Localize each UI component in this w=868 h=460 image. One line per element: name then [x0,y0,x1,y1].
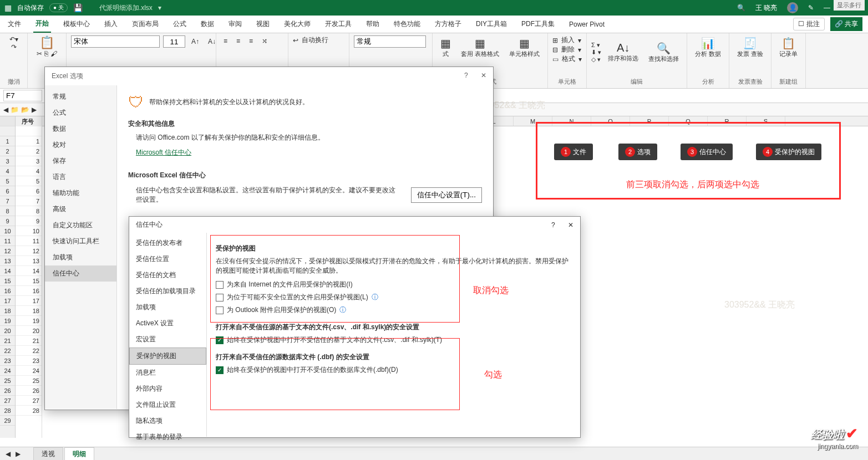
prev-sheet-icon[interactable]: ▶ [16,450,21,458]
cell[interactable]: 25 [16,376,42,386]
cell[interactable]: 9 [16,216,42,226]
row-header[interactable]: 10 [0,226,15,236]
cell[interactable]: 22 [16,346,42,356]
row-header[interactable]: 21 [0,336,15,346]
tab-square[interactable]: 方方格子 [433,16,464,32]
undo-icon[interactable]: ↶▾ [9,35,18,43]
row-header[interactable]: 22 [0,346,15,356]
comment-button[interactable]: ☐ 批注 [793,18,824,30]
cell[interactable]: 21 [16,336,42,346]
cell[interactable]: 28 [16,406,42,416]
forward-icon[interactable]: ▶ [32,106,37,114]
row-header[interactable]: 9 [0,216,15,226]
font-size[interactable] [163,35,185,48]
pen-icon[interactable]: ✎ [808,4,814,12]
options-nav-item[interactable]: 快速访问工具栏 [45,233,116,249]
autosum-icon[interactable]: Σ ▾ [591,42,601,49]
tab-pivot[interactable]: Power Pivot [567,17,607,32]
sheet-tab-detail[interactable]: 明细 [64,447,94,461]
row-header[interactable]: 4 [0,166,15,176]
format-painter-icon[interactable]: 🖌 [50,50,57,58]
tab-insert[interactable]: 插入 [102,16,120,32]
row-header[interactable]: 11 [0,236,15,246]
cell[interactable]: 23 [16,356,42,366]
cell[interactable]: 2 [16,146,42,156]
row-header[interactable]: 12 [0,246,15,256]
options-nav-item[interactable]: 保存 [45,153,116,169]
table-format-button[interactable]: ▦套用 表格格式 [458,35,502,59]
cell[interactable]: 24 [16,366,42,376]
cell[interactable]: 13 [16,256,42,266]
tab-review[interactable]: 审阅 [226,16,244,32]
tab-beautify[interactable]: 美化大师 [282,16,313,32]
avatar[interactable]: 👤 [787,2,798,13]
trust-nav-item[interactable]: 受信任的文档 [129,267,206,283]
row-header[interactable]: 16 [0,286,15,296]
analyze-button[interactable]: 📊分析 数据 [692,35,724,59]
copy-icon[interactable]: ⎘ [44,50,48,58]
trust-nav-item[interactable]: 文件阻止设置 [129,397,206,413]
folder-icon[interactable]: 📁 [11,106,19,114]
row-header[interactable]: 24 [0,366,15,376]
tab-home[interactable]: 开始 [33,16,51,33]
cell[interactable]: 7 [16,196,42,206]
align-bot-icon[interactable]: ≡ [246,35,256,47]
row-header[interactable]: 18 [0,306,15,316]
row-header[interactable]: 2 [0,146,15,156]
cell[interactable]: 18 [16,306,42,316]
options-nav-item[interactable]: 公式 [45,105,116,121]
cell[interactable]: 20 [16,326,42,336]
trust-nav-item[interactable]: 加载项 [129,299,206,315]
options-nav-item[interactable]: 高级 [45,201,116,217]
orientation-icon[interactable]: ⤭ [259,35,270,47]
row-header[interactable]: 14 [0,266,15,276]
trust-nav-item[interactable]: 隐私选项 [129,413,206,429]
options-nav-item[interactable]: 校对 [45,137,116,153]
fill-icon[interactable]: ⬇ ▾ [591,49,601,56]
row-header[interactable]: 23 [0,356,15,366]
row-header[interactable]: 19 [0,316,15,326]
name-box[interactable] [3,90,42,101]
cell[interactable]: 11 [16,236,42,246]
cell[interactable]: 14 [16,266,42,276]
options-help-icon[interactable]: ? [464,71,468,79]
cell-style-button[interactable]: ▦单元格样式 [506,35,543,59]
options-close-icon[interactable]: ✕ [481,71,486,79]
cell[interactable]: 5 [16,176,42,186]
wrap-icon[interactable]: ↩ [293,37,298,44]
cond-format-button[interactable]: ▦式 [437,35,454,59]
trust-nav-item[interactable]: 受信任位置 [129,251,206,267]
tab-help[interactable]: 帮助 [364,16,382,32]
tab-pdf[interactable]: PDF工具集 [519,16,557,32]
redo-icon[interactable]: ↷ [11,43,17,51]
row-header[interactable]: 6 [0,186,15,196]
autosave-toggle[interactable]: ● 关 [49,3,68,12]
cell[interactable]: 27 [16,396,42,406]
trust-nav-item[interactable]: 消息栏 [129,365,206,381]
row-header[interactable]: 8 [0,206,15,216]
trust-nav-item[interactable]: 外部内容 [129,381,206,397]
paste-icon[interactable]: 📋 [32,35,62,50]
tab-formula[interactable]: 公式 [171,16,189,32]
cell[interactable]: 19 [16,316,42,326]
row-header[interactable]: 20 [0,326,15,336]
row-header[interactable]: 13 [0,256,15,266]
options-nav-item[interactable]: 信任中心 [45,265,116,282]
trust-nav-item[interactable]: 宏设置 [129,331,206,347]
invoice-button[interactable]: 🧾发票 查验 [734,35,767,59]
cell[interactable]: 12 [16,246,42,256]
cell[interactable]: 3 [16,156,42,166]
row-header[interactable]: 5 [0,176,15,186]
search-icon[interactable]: 🔍 [737,4,745,12]
record-button[interactable]: 📋记录单 [776,35,801,59]
cell[interactable]: 8 [16,206,42,216]
align-top-icon[interactable]: ≡ [221,35,230,47]
save-icon[interactable]: 💾 [73,3,83,12]
row-header[interactable]: 15 [0,276,15,286]
tab-layout[interactable]: 页面布局 [130,16,161,32]
options-nav-item[interactable]: 辅助功能 [45,185,116,201]
cell[interactable]: 10 [16,226,42,236]
options-nav-item[interactable]: 常规 [45,89,116,105]
row-header[interactable]: 17 [0,296,15,306]
tab-file[interactable]: 文件 [6,16,23,32]
